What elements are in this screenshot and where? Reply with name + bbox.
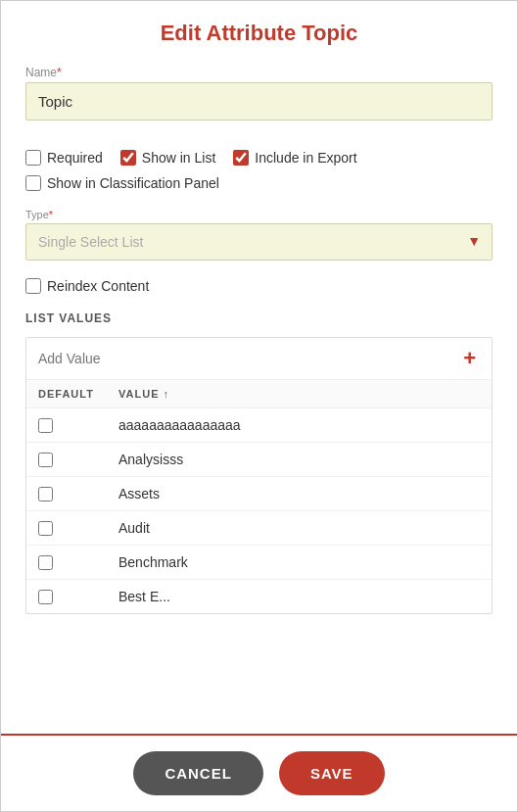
type-label: Type* — [25, 209, 493, 220]
row-value-2: Analysisss — [118, 452, 480, 467]
row-value-6: Best E... — [118, 589, 480, 604]
row-checkbox-6 — [38, 590, 107, 604]
row-value-5: Benchmark — [118, 554, 480, 570]
table-row: aaaaaaaaaaaaaaaa — [26, 408, 492, 443]
row-value-4: Audit — [118, 520, 480, 536]
table-row: Benchmark — [26, 546, 492, 580]
row-value-3: Assets — [118, 486, 480, 502]
save-button[interactable]: SAVE — [279, 751, 385, 795]
required-checkbox-label[interactable]: Required — [25, 150, 103, 166]
row-default-checkbox-6[interactable] — [38, 590, 53, 604]
reindex-text: Reindex Content — [47, 278, 149, 294]
show-classification-row: Show in Classification Panel — [25, 175, 493, 191]
add-value-row: + — [26, 338, 492, 380]
include-in-export-checkbox[interactable] — [233, 150, 249, 166]
row-default-checkbox-3[interactable] — [38, 487, 53, 502]
row-checkbox-5 — [38, 555, 107, 570]
show-classification-checkbox[interactable] — [25, 175, 41, 191]
required-label: Required — [47, 150, 103, 166]
include-in-export-checkbox-label[interactable]: Include in Export — [233, 150, 356, 166]
type-select[interactable]: Single Select List Multi Select List Tex… — [25, 223, 493, 261]
modal-title: Edit Attribute Topic — [1, 1, 517, 56]
table-row: Analysisss — [26, 443, 492, 477]
row-default-checkbox-2[interactable] — [38, 453, 53, 467]
row-checkbox-2 — [38, 453, 107, 467]
row-checkbox-4 — [38, 521, 107, 536]
checkbox-row-1: Required Show in List Include in Export — [25, 150, 493, 166]
cancel-button[interactable]: CANCEL — [133, 751, 263, 795]
row-checkbox-3 — [38, 487, 107, 502]
add-value-button[interactable]: + — [459, 348, 480, 369]
name-input[interactable] — [25, 82, 493, 120]
show-in-list-checkbox[interactable] — [120, 150, 136, 166]
list-values-section: LIST VALUES + DEFAULT VALUE ↑ — [25, 311, 493, 614]
col-value-header: VALUE ↑ — [118, 388, 480, 400]
sort-icon[interactable]: ↑ — [163, 388, 169, 400]
show-classification-label[interactable]: Show in Classification Panel — [25, 175, 219, 191]
list-values-label: LIST VALUES — [25, 311, 493, 325]
modal-container: Edit Attribute Topic Name* Required Show… — [0, 0, 518, 812]
show-in-list-checkbox-label[interactable]: Show in List — [120, 150, 215, 166]
table-header: DEFAULT VALUE ↑ — [26, 380, 492, 408]
row-default-checkbox-4[interactable] — [38, 521, 53, 536]
type-field-group: Type* Single Select List Multi Select Li… — [25, 209, 493, 261]
name-label: Name* — [25, 66, 493, 79]
row-value-1: aaaaaaaaaaaaaaaa — [118, 417, 480, 433]
show-in-list-label: Show in List — [142, 150, 215, 166]
name-field-group: Name* — [25, 66, 493, 120]
add-value-input[interactable] — [38, 351, 451, 366]
table-row: Audit — [26, 511, 492, 546]
include-in-export-label: Include in Export — [255, 150, 356, 166]
row-default-checkbox-5[interactable] — [38, 555, 53, 570]
row-checkbox-1 — [38, 418, 107, 433]
table-row: Assets — [26, 477, 492, 511]
footer-bar: CANCEL SAVE — [1, 734, 517, 811]
reindex-row: Reindex Content — [25, 278, 493, 294]
col-default-header: DEFAULT — [38, 388, 107, 400]
required-checkbox[interactable] — [25, 150, 41, 166]
table-row: Best E... — [26, 580, 492, 613]
reindex-checkbox[interactable] — [25, 278, 41, 294]
row-default-checkbox-1[interactable] — [38, 418, 53, 433]
reindex-label[interactable]: Reindex Content — [25, 278, 149, 294]
modal-body: Name* Required Show in List Include in E… — [1, 56, 517, 712]
show-classification-text: Show in Classification Panel — [47, 175, 219, 191]
list-values-box: + DEFAULT VALUE ↑ aaaaaaaaaaaaaaaa — [25, 337, 493, 614]
